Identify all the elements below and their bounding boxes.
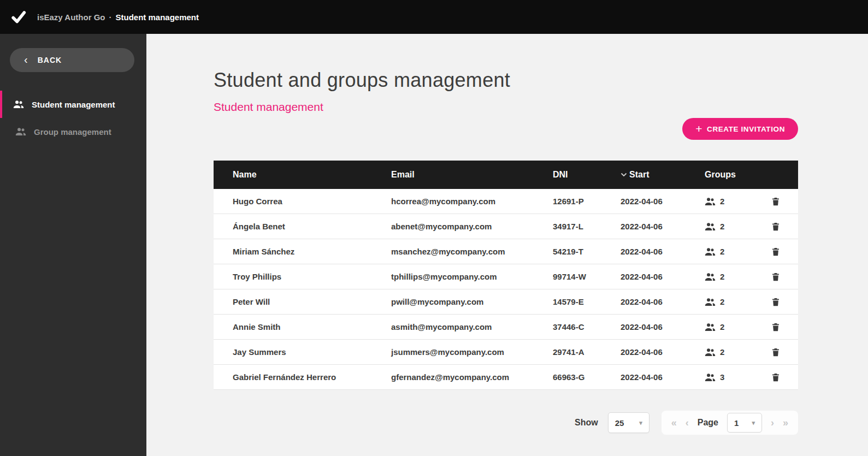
column-header-dni: DNI (553, 170, 621, 180)
first-page-button[interactable]: « (671, 418, 677, 428)
delete-student-button[interactable] (765, 372, 787, 382)
plus-icon: + (695, 123, 702, 134)
student-name: Gabriel Fernández Herrero (233, 372, 391, 382)
page-number-select[interactable]: 1 ▾ (727, 413, 762, 433)
sidebar-item-group-management[interactable]: Group management (0, 118, 146, 145)
student-groups-cell[interactable]: 2 (705, 246, 765, 257)
student-start-date: 2022-04-06 (621, 247, 705, 256)
column-header-start[interactable]: Start (621, 170, 705, 180)
next-page-button[interactable]: › (771, 418, 774, 428)
chevron-down-icon: ▾ (752, 419, 755, 427)
delete-student-button[interactable] (765, 272, 787, 282)
students-icon (13, 99, 24, 110)
group-people-icon (705, 322, 716, 333)
trash-icon (771, 297, 781, 307)
student-start-date: 2022-04-06 (621, 322, 705, 331)
delete-student-button[interactable] (765, 222, 787, 232)
column-header-name: Name (233, 170, 391, 180)
delete-student-button[interactable] (765, 297, 787, 307)
trash-icon (771, 197, 781, 206)
student-email: tphillips@mycompany.com (391, 272, 553, 281)
student-start-date: 2022-04-06 (621, 347, 705, 357)
back-button-label: BACK (38, 56, 62, 64)
delete-student-button[interactable] (765, 197, 787, 206)
student-groups-cell[interactable]: 2 (705, 322, 765, 333)
sort-chevron-icon (621, 173, 627, 177)
group-count: 2 (720, 272, 724, 281)
back-button[interactable]: ‹ BACK (10, 48, 134, 72)
page-size-select[interactable]: 25 ▾ (608, 412, 649, 433)
student-dni: 12691-P (553, 197, 621, 206)
iseazy-logo-icon (9, 7, 28, 27)
student-start-date: 2022-04-06 (621, 297, 705, 306)
table-row: Jay Summers jsummers@mycompany.com 29741… (214, 340, 798, 365)
table-header-row: Name Email DNI Start Groups (214, 161, 798, 189)
trash-icon (771, 347, 781, 357)
create-invitation-button[interactable]: + CREATE INVITATION (682, 118, 798, 140)
student-groups-cell[interactable]: 2 (705, 297, 765, 307)
chevron-left-icon: ‹ (24, 54, 28, 65)
table-row: Troy Phillips tphillips@mycompany.com 99… (214, 264, 798, 289)
chevron-down-icon: ▾ (639, 419, 642, 427)
group-count: 2 (720, 247, 724, 256)
page-size-value: 25 (615, 418, 624, 428)
table-row: Ángela Benet abenet@mycompany.com 34917-… (214, 214, 798, 239)
students-table: Name Email DNI Start Groups Hugo Correa … (214, 161, 798, 390)
group-people-icon (705, 196, 716, 207)
group-count: 3 (720, 372, 724, 382)
group-people-icon (705, 297, 716, 307)
create-invitation-label: CREATE INVITATION (707, 125, 785, 133)
group-people-icon (705, 372, 716, 383)
student-email: jsummers@mycompany.com (391, 347, 553, 357)
group-people-icon (705, 347, 716, 358)
trash-icon (771, 222, 781, 232)
actions-row: + CREATE INVITATION (214, 118, 798, 140)
student-groups-cell[interactable]: 2 (705, 271, 765, 282)
trash-icon (771, 247, 781, 257)
table-row: Hugo Correa hcorrea@mycompany.com 12691-… (214, 189, 798, 214)
student-email: hcorrea@mycompany.com (391, 197, 553, 206)
breadcrumb-separator: · (109, 13, 111, 22)
group-people-icon (705, 246, 716, 257)
student-start-date: 2022-04-06 (621, 372, 705, 382)
student-name: Hugo Correa (233, 197, 391, 206)
column-header-email: Email (391, 170, 553, 180)
group-count: 2 (720, 197, 724, 206)
group-people-icon (705, 221, 716, 232)
table-row: Gabriel Fernández Herrero gfernandez@myc… (214, 365, 798, 390)
student-start-date: 2022-04-06 (621, 272, 705, 281)
groups-icon (15, 126, 26, 137)
student-dni: 29741-A (553, 347, 621, 357)
page-label: Page (698, 418, 718, 428)
delete-student-button[interactable] (765, 247, 787, 257)
last-page-button[interactable]: » (783, 418, 788, 428)
sidebar-item-student-management[interactable]: Student management (0, 91, 146, 118)
student-name: Troy Phillips (233, 272, 391, 281)
top-bar: isEazy Author Go · Student management (0, 0, 868, 34)
student-groups-cell[interactable]: 2 (705, 347, 765, 358)
group-count: 2 (720, 322, 724, 331)
page-number-value: 1 (734, 418, 739, 428)
delete-student-button[interactable] (765, 347, 787, 357)
student-groups-cell[interactable]: 2 (705, 221, 765, 232)
previous-page-button[interactable]: ‹ (686, 418, 689, 428)
sidebar: ‹ BACK Student management Group manageme… (0, 34, 146, 456)
sidebar-item-label: Student management (32, 100, 115, 109)
delete-student-button[interactable] (765, 322, 787, 332)
trash-icon (771, 322, 781, 332)
group-count: 2 (720, 222, 724, 231)
main-content: Student and groups management Student ma… (146, 34, 868, 456)
student-groups-cell[interactable]: 2 (705, 196, 765, 207)
student-dni: 37446-C (553, 322, 621, 331)
group-people-icon (705, 271, 716, 282)
student-dni: 14579-E (553, 297, 621, 306)
page-title: Student and groups management (214, 69, 798, 92)
page-subtitle: Student management (214, 100, 798, 114)
student-dni: 99714-W (553, 272, 621, 281)
student-name: Ángela Benet (233, 222, 391, 231)
table-row: Peter Will pwill@mycompany.com 14579-E 2… (214, 289, 798, 315)
student-groups-cell[interactable]: 3 (705, 372, 765, 383)
trash-icon (771, 272, 781, 282)
table-row: Miriam Sánchez msanchez@mycompany.com 54… (214, 239, 798, 264)
student-email: abenet@mycompany.com (391, 222, 553, 231)
